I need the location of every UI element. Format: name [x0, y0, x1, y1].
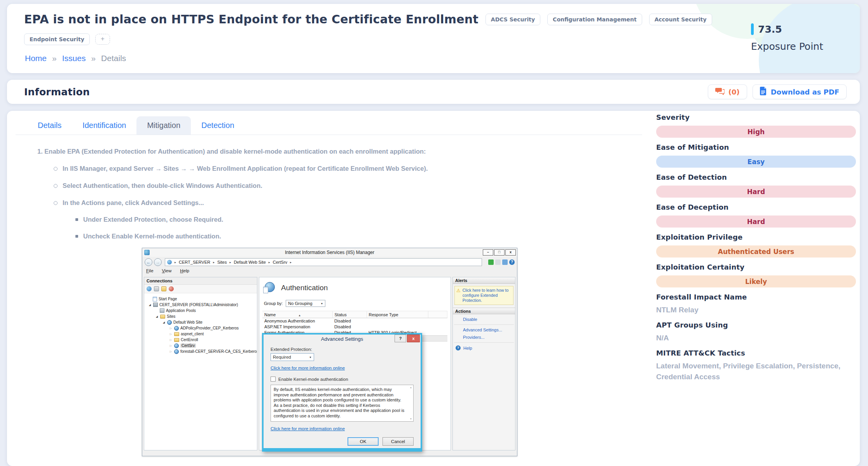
ease-of-deception-label: Ease of Deception: [656, 203, 856, 211]
kernel-description-box: By default, IIS enables kernel-mode auth…: [271, 385, 414, 422]
attributes-panel: Severity High Ease of Mitigation Easy Ea…: [656, 113, 856, 388]
menu-help[interactable]: Help: [180, 268, 189, 273]
kernel-mode-label: Enable Kernel-mode authentication: [278, 377, 348, 382]
refresh-icon[interactable]: [502, 259, 508, 265]
tree-item-adpolicyprovider[interactable]: ▷ ADPolicyProvider_CEP_Kerberos: [144, 325, 257, 331]
tree-item-application-pools[interactable]: Application Pools: [144, 308, 257, 314]
tab-detection[interactable]: Detection: [191, 116, 245, 135]
ease-of-mitigation-label: Ease of Mitigation: [656, 143, 856, 151]
auth-row-anonymous[interactable]: Anonymous AuthenticationDisabled: [262, 318, 447, 324]
crumb-server[interactable]: CERT_SERVER: [179, 260, 210, 265]
exploitation-certainty-label: Exploitation Certainty: [656, 263, 856, 271]
more-info-link-2[interactable]: Click here for more information online: [271, 426, 345, 431]
back-button[interactable]: ←: [145, 258, 152, 266]
tag-endpoint-security[interactable]: Endpoint Security: [24, 33, 90, 45]
dialog-help-button[interactable]: ?: [395, 335, 406, 342]
tag-adcs-security[interactable]: ADCS Security: [486, 14, 540, 25]
mitigation-step-1: 1. Enable EPA (Extended Protection for A…: [37, 148, 648, 155]
extended-protection-dropdown[interactable]: Required ▼: [271, 353, 314, 361]
expander-open-icon[interactable]: ◢: [162, 321, 166, 324]
action-disable[interactable]: Disable: [463, 317, 515, 322]
tree-item-forestall[interactable]: ▷ forestall-CERT_SERVER-CA_CES_Kerberos: [144, 349, 257, 354]
download-pdf-button[interactable]: Download as PDF: [753, 84, 847, 99]
feedback-icon[interactable]: [488, 259, 494, 265]
column-status[interactable]: Status: [332, 311, 367, 318]
tree-item-sites[interactable]: ◢ Sites: [144, 314, 257, 319]
tree-item-certsrv[interactable]: ▷ CertSrv: [144, 343, 257, 349]
header-card: EPA is not in place on HTTPS Endpoint fo…: [7, 4, 860, 73]
breadcrumb-issues[interactable]: Issues: [62, 54, 86, 63]
tab-mitigation[interactable]: Mitigation: [136, 116, 191, 135]
remove-connection-icon[interactable]: [169, 286, 174, 291]
connections-pane: Connections Start Page ◢ CERT_SERVER (FO…: [144, 277, 257, 450]
action-advanced-settings[interactable]: Advanced Settings...: [463, 328, 515, 332]
expander-closed-icon[interactable]: ▷: [169, 333, 173, 336]
expander-closed-icon[interactable]: ▷: [169, 350, 173, 353]
add-tag-button[interactable]: +: [95, 34, 110, 45]
up-folder-icon[interactable]: [161, 286, 166, 291]
close-button[interactable]: x: [505, 249, 516, 256]
tab-identification[interactable]: Identification: [72, 116, 136, 135]
auth-row-aspnet[interactable]: ASP.NET ImpersonationDisabled: [262, 324, 447, 330]
address-breadcrumb[interactable]: ▸ CERT_SERVER ▸ Sites ▸ Default Web Site…: [165, 258, 482, 266]
tab-details[interactable]: Details: [27, 116, 72, 135]
maximize-button[interactable]: □: [494, 249, 505, 256]
tree-item-cert-server[interactable]: ◢ CERT_SERVER (FORESTALL\Administrator): [144, 302, 257, 308]
alerts-header: Alerts: [453, 277, 515, 284]
group-by-dropdown[interactable]: No Grouping ▼: [286, 300, 325, 307]
comments-button[interactable]: (0): [708, 84, 747, 99]
scroll-up-icon[interactable]: ▲: [410, 386, 412, 389]
tree-item-default-web-site[interactable]: ◢ Default Web Site: [144, 319, 257, 325]
kernel-mode-checkbox[interactable]: [271, 377, 276, 382]
globe-icon: [174, 349, 179, 354]
crumb-default-web-site[interactable]: Default Web Site: [234, 260, 265, 265]
ease-of-deception-pill: Hard: [656, 215, 856, 228]
alert-link[interactable]: ⚠ Click here to learn how to configure E…: [454, 286, 513, 305]
action-help[interactable]: ? Help: [456, 345, 515, 350]
extended-protection-label: Extended Protection:: [271, 347, 414, 352]
expander-closed-icon[interactable]: ▷: [169, 344, 173, 347]
crumb-sites[interactable]: Sites: [217, 260, 227, 265]
mitre-tactics-value: Lateral Movement, Privilege Escalation, …: [656, 361, 856, 382]
page-title: EPA is not in place on HTTPS Endpoint fo…: [24, 12, 479, 26]
tag-configuration-management[interactable]: Configuration Management: [547, 14, 642, 25]
crumb-certsrv[interactable]: CertSrv: [273, 260, 287, 265]
minimize-button[interactable]: –: [483, 249, 493, 256]
mitigation-subsubstep: Under Extended Protection, choose Requir…: [83, 216, 648, 223]
expander-closed-icon[interactable]: ▷: [169, 338, 173, 342]
more-info-link[interactable]: Click here for more information online: [271, 366, 345, 370]
apt-groups-value: N/A: [656, 333, 856, 343]
forward-button[interactable]: →: [154, 258, 162, 266]
menu-view[interactable]: View: [162, 268, 172, 273]
scroll-down-icon[interactable]: ▼: [410, 418, 412, 420]
save-icon[interactable]: [154, 286, 159, 291]
breadcrumb-separator: »: [52, 54, 57, 63]
expander-closed-icon[interactable]: ▷: [169, 327, 173, 330]
iis-window-title: Internet Information Services (IIS) Mana…: [285, 250, 374, 255]
expander-open-icon[interactable]: ◢: [155, 315, 159, 318]
breadcrumb-home[interactable]: Home: [25, 54, 47, 63]
exposure-point: 73.5 Exposure Point: [751, 23, 823, 52]
help-icon[interactable]: ?: [509, 259, 515, 265]
dialog-close-button[interactable]: x: [407, 335, 420, 342]
tag-account-security[interactable]: Account Security: [649, 14, 712, 25]
action-providers[interactable]: Providers...: [463, 335, 515, 340]
mitigation-substep: In IIS Manager, expand Server → Sites → …: [63, 165, 648, 172]
iis-app-icon: [144, 250, 150, 255]
iis-address-bar: ← → ▸ CERT_SERVER ▸ Sites ▸ Default Web …: [142, 257, 517, 268]
iis-title-bar[interactable]: Internet Information Services (IIS) Mana…: [142, 248, 517, 257]
tree-item-certenroll[interactable]: ▷ CertEnroll: [144, 337, 257, 343]
expander-open-icon[interactable]: ◢: [148, 303, 152, 307]
apt-groups-label: APT Groups Using: [656, 321, 856, 329]
tree-item-aspnet-client[interactable]: ▷ aspnet_client: [144, 331, 257, 337]
dropdown-arrow-icon: ▼: [309, 356, 312, 359]
globe-icon: [167, 320, 172, 325]
ok-button[interactable]: OK: [348, 437, 379, 446]
column-response-type[interactable]: Response Type: [367, 311, 428, 318]
menu-file[interactable]: File: [146, 268, 154, 273]
breadcrumb: Home » Issues » Details: [25, 54, 126, 63]
column-name[interactable]: Name▲: [262, 311, 332, 318]
cancel-button[interactable]: Cancel: [382, 437, 414, 446]
tree-item-start-page[interactable]: Start Page: [144, 296, 257, 302]
connect-icon[interactable]: [147, 286, 152, 291]
